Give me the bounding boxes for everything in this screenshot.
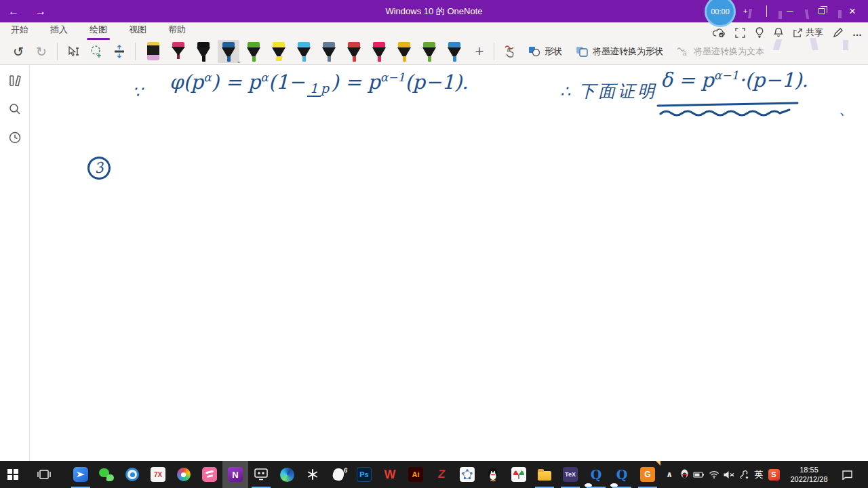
ink-to-text-button[interactable]: a 将墨迹转换为文本 <box>677 45 764 58</box>
pen-green[interactable] <box>245 40 262 62</box>
tray-sogou-icon[interactable]: S <box>766 461 781 488</box>
taskbar-illustrator[interactable]: Ai <box>403 461 429 488</box>
folder-icon <box>538 471 551 481</box>
taskbar-file-explorer[interactable] <box>532 461 557 488</box>
tab-help[interactable]: 帮助 <box>167 22 187 39</box>
draw-with-touch-button[interactable] <box>498 41 521 62</box>
tab-home[interactable]: 开始 <box>9 22 30 39</box>
recent-notes-icon[interactable] <box>8 131 22 144</box>
lightbulb-icon[interactable] <box>755 27 764 38</box>
pen-sky-blue[interactable] <box>296 40 312 62</box>
taskbar-flower-app[interactable] <box>300 461 326 488</box>
taskbar-qq-browser-1[interactable]: Q <box>583 461 609 488</box>
add-pen-button[interactable]: + <box>469 43 490 60</box>
pen-blue-selected[interactable]: ⌄ <box>218 40 239 63</box>
forward-arrow-icon[interactable]: → <box>27 0 54 22</box>
taskbar-aperture-app[interactable] <box>119 461 145 488</box>
start-button[interactable] <box>0 461 26 488</box>
shapes-button[interactable]: 形状 <box>528 45 562 58</box>
pen-yellow-highlighter[interactable] <box>271 40 287 61</box>
taskbar-onenote[interactable]: N <box>222 461 248 488</box>
left-rail <box>0 66 30 461</box>
redo-button[interactable]: ↻ <box>30 41 53 62</box>
share-label: 共享 <box>806 26 823 39</box>
tray-show-hidden-icons[interactable]: ∧ <box>662 461 677 488</box>
ink-to-text-label: 将墨迹转换为文本 <box>694 45 764 58</box>
tray-volume-muted-icon[interactable] <box>722 461 736 488</box>
recorder-divider <box>766 5 767 17</box>
q-cloud-icon <box>610 483 618 487</box>
qq-penguin-icon <box>487 468 499 482</box>
taskbar-monitor-app[interactable] <box>248 461 274 488</box>
lasso-select-button[interactable] <box>85 41 108 62</box>
pencil-tool[interactable] <box>170 40 186 59</box>
notebooks-icon[interactable] <box>7 74 22 87</box>
titlebar: ← → Windows 10 的 OneNote ✕ <box>0 0 868 22</box>
pen-red[interactable] <box>346 40 362 62</box>
select-tool-button[interactable] <box>62 41 85 62</box>
taskbar-seven-x-app[interactable]: 7X <box>145 461 171 488</box>
more-options-button[interactable]: … <box>852 27 863 38</box>
pen-black[interactable] <box>195 40 212 62</box>
paper-plane-icon <box>77 470 85 479</box>
glove-icon: 6 <box>332 468 344 482</box>
tray-windows-ink-icon[interactable] <box>736 461 751 488</box>
taskbar-tex-app[interactable]: TeX <box>557 461 583 488</box>
taskbar-clock[interactable]: 18:55 2022/12/28 <box>784 465 834 485</box>
share-button[interactable]: 共享 <box>793 26 823 39</box>
snowflake-icon <box>307 469 318 480</box>
page-canvas[interactable] <box>31 66 868 461</box>
undo-button[interactable]: ↺ <box>7 41 30 62</box>
task-view-button[interactable] <box>31 461 57 488</box>
tab-insert[interactable]: 插入 <box>49 22 69 39</box>
recorder-plus-icon: + <box>743 7 747 15</box>
insert-space-button[interactable] <box>108 41 131 62</box>
clock-time: 18:55 <box>784 465 834 474</box>
windows-logo-icon <box>7 469 18 480</box>
taskbar-blue-arrow-app[interactable] <box>68 461 94 488</box>
search-icon[interactable] <box>8 102 22 116</box>
pen-lime[interactable] <box>421 40 437 62</box>
taskbar-sketchpad[interactable] <box>506 461 532 488</box>
taskbar-z-app[interactable]: Z <box>429 461 454 488</box>
taskbar-g-app[interactable]: G <box>635 461 660 488</box>
restore-button[interactable] <box>806 0 837 22</box>
taskbar-pink-app[interactable] <box>197 461 222 488</box>
pen-magenta[interactable] <box>371 40 387 62</box>
ink-to-shape-label: 将墨迹转换为形状 <box>593 45 663 58</box>
fullscreen-icon[interactable] <box>735 28 745 38</box>
watermark-mark <box>778 11 782 19</box>
pen-dropdown-chevron-icon[interactable]: ⌄ <box>236 58 241 64</box>
taskbar-glove-app[interactable]: 6 <box>326 461 351 488</box>
window-title: Windows 10 的 OneNote <box>0 5 868 18</box>
taskbar-wechat[interactable] <box>94 461 119 488</box>
taskbar-palette-app[interactable] <box>171 461 197 488</box>
taskbar-edge[interactable] <box>274 461 300 488</box>
tray-battery-icon[interactable] <box>692 461 707 488</box>
taskbar-photoshop[interactable]: Ps <box>351 461 377 488</box>
tray-qq-icon[interactable] <box>677 461 692 488</box>
ink-to-shape-button[interactable]: 将墨迹转换为形状 <box>576 45 663 58</box>
taskbar-qq-browser-2[interactable]: Q <box>609 461 635 488</box>
tray-wifi-icon[interactable] <box>707 461 722 488</box>
taskbar-qq[interactable] <box>480 461 506 488</box>
pen-steel[interactable] <box>321 40 337 62</box>
pen-gold[interactable] <box>396 40 412 62</box>
edit-pencil-icon[interactable] <box>833 28 843 38</box>
aperture-icon <box>125 468 139 481</box>
tab-view[interactable]: 视图 <box>127 22 148 39</box>
pen-azure[interactable] <box>446 40 462 62</box>
notifications-bell-icon[interactable] <box>774 27 783 38</box>
back-arrow-icon[interactable]: ← <box>0 0 27 22</box>
svg-text:a: a <box>683 49 687 57</box>
action-center-button[interactable] <box>837 461 857 488</box>
eraser-tool[interactable] <box>145 40 161 60</box>
tab-draw[interactable]: 绘图 <box>88 22 108 39</box>
taskbar: 7X N 6 Ps W Ai Z TeX Q Q G ∧ <box>0 461 868 488</box>
tray-ime-indicator[interactable]: 英 <box>751 461 766 488</box>
sync-status-icon[interactable] <box>713 28 726 38</box>
shapes-label: 形状 <box>545 45 562 58</box>
taskbar-geometry-app[interactable] <box>454 461 480 488</box>
taskbar-wps[interactable]: W <box>377 461 403 488</box>
pen-gallery: ⌄ <box>145 40 462 63</box>
